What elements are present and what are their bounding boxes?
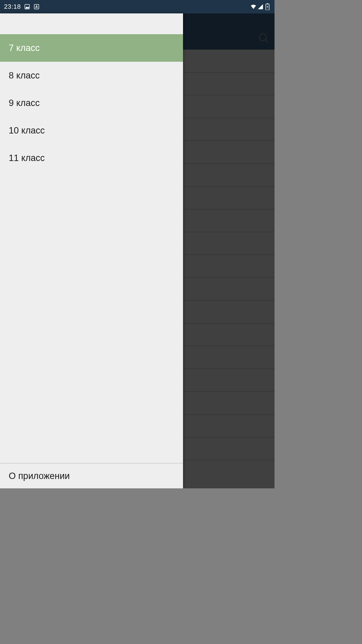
drawer-item-class-9[interactable]: 9 класс (0, 89, 183, 117)
status-time: 23:18 (4, 3, 21, 10)
svg-text:A: A (35, 5, 38, 9)
drawer-item-class-10[interactable]: 10 класс (0, 117, 183, 144)
text-icon: A (34, 4, 40, 10)
drawer-item-class-7[interactable]: 7 класс (0, 34, 183, 62)
wifi-icon (250, 4, 256, 10)
drawer-about[interactable]: О приложении (0, 463, 183, 488)
status-right (250, 4, 270, 10)
status-left: 23:18 A (4, 3, 40, 10)
image-icon (24, 4, 30, 10)
drawer-header (0, 13, 183, 34)
navigation-drawer: 7 класс 8 класс 9 класс 10 класс 11 клас… (0, 13, 183, 488)
drawer-item-class-8[interactable]: 8 класс (0, 62, 183, 89)
status-bar: 23:18 A (0, 0, 275, 13)
drawer-items: 7 класс 8 класс 9 класс 10 класс 11 клас… (0, 34, 183, 463)
drawer-item-class-11[interactable]: 11 класс (0, 144, 183, 172)
battery-icon (264, 4, 270, 10)
signal-icon (257, 4, 263, 10)
